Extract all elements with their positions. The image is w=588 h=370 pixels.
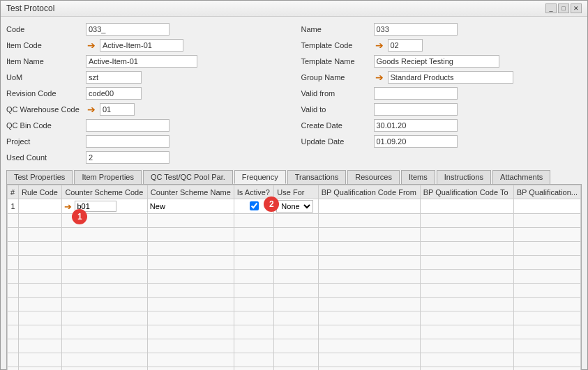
revision-code-input[interactable] [86,87,142,100]
table-row [8,270,581,284]
table-row [8,256,581,270]
table-row [8,214,581,228]
qc-bin-label: QC Bin Code [6,121,83,130]
row-num-cell: 1 [8,199,19,214]
tab-frequency[interactable]: Frequency [234,170,286,184]
valid-to-row: Valid to [301,102,582,116]
group-name-arrow-icon: ➔ [374,72,385,82]
qc-warehouse-arrow-icon: ➔ [86,105,97,114]
tab-test-properties[interactable]: Test Properties [6,170,73,184]
template-code-arrow-icon: ➔ [374,40,385,50]
table-row [8,242,581,256]
project-input[interactable] [86,135,169,148]
code-label: Code [6,25,83,33]
uom-label: UoM [6,73,83,82]
form-left-column: Code Item Code ➔ Item Name UoM Rev [6,22,287,164]
tab-resources[interactable]: Resources [347,170,400,184]
window-controls: _ □ ✕ [545,3,582,13]
name-input[interactable] [374,23,458,36]
table-row: 1 ➔ 1 [8,199,581,214]
template-code-input[interactable] [388,39,423,52]
col-use-for: Use For [274,185,318,199]
form-right-column: Name Template Code ➔ Template Name Group… [301,22,582,164]
item-code-input[interactable] [100,39,183,52]
table-row [8,284,581,298]
bp-qual-from-cell [318,199,420,214]
name-row: Name [301,22,582,36]
used-count-label: Used Count [6,153,83,162]
tabs-container: Test Properties Item Properties QC Test/… [6,170,582,370]
item-name-row: Item Name [6,54,287,68]
col-bp-qual-to: BP Qualification Code To [420,185,513,199]
item-name-input[interactable] [86,55,197,68]
template-code-row: Template Code ➔ [301,38,582,52]
template-name-label: Template Name [301,57,371,65]
qc-warehouse-row: QC Warehouse Code ➔ [6,102,287,116]
project-label: Project [6,137,83,146]
counter-scheme-code-cell[interactable]: ➔ 1 [62,199,147,214]
template-name-row: Template Name [301,54,582,68]
item-code-arrow-icon: ➔ [86,40,97,50]
tab-items[interactable]: Items [401,170,435,184]
tab-item-properties[interactable]: Item Properties [74,170,142,184]
used-count-input[interactable] [86,151,169,164]
table-row [8,228,581,242]
create-date-label: Create Date [301,121,371,130]
code-row: Code [6,22,287,36]
create-date-input[interactable] [374,119,458,132]
bp-qual-dots-cell [513,199,580,214]
bp-qual-to-cell [420,199,513,214]
col-bp-qual-dots: BP Qualification... [513,185,580,199]
is-active-cell[interactable]: 2 [234,199,274,214]
maximize-button[interactable]: □ [558,3,569,13]
qc-bin-input[interactable] [86,119,169,132]
col-counter-scheme-name: Counter Scheme Name [147,185,234,199]
template-name-input[interactable] [374,55,499,68]
frequency-table: # Rule Code Counter Scheme Code Counter … [7,185,581,370]
tab-instructions[interactable]: Instructions [437,170,491,184]
group-name-input[interactable] [388,71,513,84]
minimize-button[interactable]: _ [545,3,557,13]
group-name-label: Group Name [301,73,371,82]
use-for-select[interactable]: None [276,200,313,213]
code-input[interactable] [86,23,169,36]
table-row [8,367,581,371]
is-active-checkbox[interactable] [250,201,259,210]
table-row [8,339,581,353]
tab-attachments[interactable]: Attachments [492,170,550,184]
update-date-input[interactable] [374,135,458,148]
qc-bin-row: QC Bin Code [6,118,287,132]
table-row [8,325,581,339]
name-label: Name [301,25,371,33]
qc-warehouse-input[interactable] [100,103,135,116]
table-row [8,311,581,325]
valid-from-label: Valid from [301,89,371,98]
counter-scheme-name-cell: New [147,199,234,214]
valid-from-input[interactable] [374,87,458,100]
project-row: Project [6,134,287,148]
window-title: Test Protocol [6,3,54,13]
tab-transactions[interactable]: Transactions [287,170,347,184]
revision-code-row: Revision Code [6,86,287,100]
col-rule-code: Rule Code [18,185,61,199]
uom-input[interactable] [86,71,142,84]
template-code-label: Template Code [301,41,371,49]
col-counter-scheme-code: Counter Scheme Code [62,185,147,199]
valid-from-row: Valid from [301,86,582,100]
main-window: Test Protocol _ □ ✕ Code Item Code ➔ [0,0,588,370]
main-content: Code Item Code ➔ Item Name UoM Rev [1,17,587,370]
table-row [8,298,581,311]
counter-scheme-arrow-icon: ➔ [64,201,72,212]
update-date-row: Update Date [301,134,582,148]
form-section: Code Item Code ➔ Item Name UoM Rev [6,22,582,164]
col-bp-qual-from: BP Qualification Code From [318,185,420,199]
col-num: # [8,185,19,199]
table-wrapper: # Rule Code Counter Scheme Code Counter … [7,185,581,370]
valid-to-input[interactable] [374,103,458,116]
create-date-row: Create Date [301,118,582,132]
item-code-label: Item Code [6,41,83,49]
use-for-cell[interactable]: None [274,199,318,214]
title-bar: Test Protocol _ □ ✕ [1,1,587,17]
tab-qc-test[interactable]: QC Test/QC Pool Par. [143,170,233,184]
close-button[interactable]: ✕ [571,3,582,13]
